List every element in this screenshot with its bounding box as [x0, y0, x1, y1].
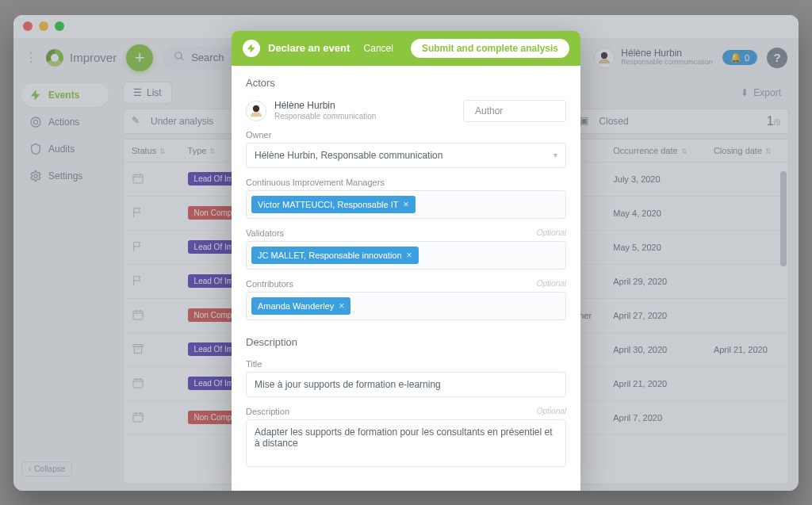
title-field: Title: [246, 359, 566, 397]
modal-title: Declare an event: [268, 42, 350, 54]
description-heading: Description: [246, 336, 566, 348]
cim-field: Continuous Improvement Managers Victor M…: [246, 178, 566, 219]
title-label: Title: [246, 359, 566, 369]
submit-button[interactable]: Submit and complete analysis: [411, 39, 569, 58]
chip-label: JC MALLET, Responsable innovation: [258, 251, 402, 260]
chip-label: Amanda Wanderley: [258, 301, 334, 311]
validators-label: Validators: [246, 228, 284, 238]
actors-heading: Actors: [246, 77, 566, 89]
app-window: ⋮ Improver + Hélène Hurbin Responsable c…: [13, 15, 799, 491]
remove-chip-icon[interactable]: ×: [407, 250, 412, 261]
cim-label: Continuous Improvement Managers: [246, 178, 566, 187]
svg-point-12: [253, 105, 259, 111]
validators-chips[interactable]: JC MALLET, Responsable innovation×: [246, 241, 566, 270]
chip[interactable]: Amanda Wanderley×: [251, 297, 350, 315]
chip[interactable]: JC MALLET, Responsable innovation×: [251, 247, 419, 264]
author-role: Responsable communication: [274, 112, 376, 121]
owner-field: Owner Hélène Hurbin, Responsable communi…: [246, 130, 566, 168]
modal-header: Declare an event Cancel Submit and compl…: [232, 31, 580, 66]
avatar: [246, 101, 266, 121]
optional-label: Optional: [537, 228, 566, 238]
bolt-icon: [243, 40, 260, 57]
contributors-label: Contributors: [246, 279, 293, 289]
modal-overlay: Declare an event Cancel Submit and compl…: [13, 15, 799, 491]
contributors-chips[interactable]: Amanda Wanderley×: [246, 292, 566, 320]
title-input[interactable]: [246, 372, 566, 397]
author-name: Hélène Hurbin: [274, 101, 376, 111]
cancel-button[interactable]: Cancel: [364, 43, 393, 54]
validators-field: Validators Optional JC MALLET, Responsab…: [246, 228, 566, 270]
owner-value: Hélène Hurbin, Responsable communication: [255, 150, 442, 161]
optional-label: Optional: [537, 279, 566, 289]
description-textarea[interactable]: [246, 419, 566, 467]
author-label: Author: [463, 100, 566, 122]
optional-label: Optional: [537, 407, 566, 416]
description-label: Description: [246, 407, 289, 416]
chevron-down-icon: ▾: [553, 151, 557, 159]
remove-chip-icon[interactable]: ×: [339, 300, 344, 312]
modal-body: Actors Hélène Hurbin Responsable communi…: [232, 66, 580, 491]
cim-chips[interactable]: Victor MATTEUCCI, Responsable IT×: [246, 190, 566, 219]
chip[interactable]: Victor MATTEUCCI, Responsable IT×: [251, 196, 416, 213]
remove-chip-icon[interactable]: ×: [403, 199, 408, 210]
owner-label: Owner: [246, 130, 566, 140]
declare-event-modal: Declare an event Cancel Submit and compl…: [232, 31, 580, 491]
contributors-field: Contributors Optional Amanda Wanderley×: [246, 279, 566, 320]
chip-label: Victor MATTEUCCI, Responsable IT: [258, 200, 398, 209]
author-row: Hélène Hurbin Responsable communication …: [246, 100, 566, 122]
description-field: Description Optional: [246, 407, 566, 470]
owner-select[interactable]: Hélène Hurbin, Responsable communication…: [246, 143, 566, 168]
